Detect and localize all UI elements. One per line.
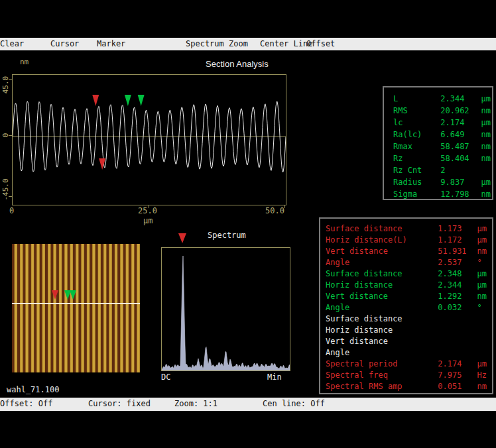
distance-row: Angle 0.032 ° <box>326 302 492 313</box>
distance-value: 2.537 <box>438 257 472 268</box>
image-filename: wahl_71.100 <box>7 385 59 394</box>
roughness-unit: nm <box>481 130 490 139</box>
distance-label: Horiz distance <box>326 325 433 336</box>
distance-label: Surface distance <box>326 313 433 325</box>
distance-unit: ° <box>477 258 481 267</box>
distance-row: Vert distance <box>326 336 492 347</box>
distance-value: 51.931 <box>438 246 472 257</box>
spectrum-cursor-marker[interactable] <box>178 233 186 243</box>
spectrum-trace <box>162 248 290 370</box>
roughness-row: Ra(lc) 6.649 nm <box>393 129 492 140</box>
distance-measurements-panel: Surface distance 1.173 µm Horiz distance… <box>319 217 493 394</box>
menu-item[interactable]: Spectrum Zoom <box>186 39 248 48</box>
roughness-row: RMS 20.962 nm <box>393 105 492 117</box>
distance-unit: Hz <box>477 370 486 380</box>
nanoscope-section-analysis-window: Cursor Marker Spectrum Zoom Center Line … <box>0 0 496 448</box>
distance-unit: µm <box>477 224 486 233</box>
menu-item[interactable]: Marker <box>97 39 125 48</box>
section-profile-chart[interactable] <box>12 74 286 205</box>
y-tick-mark <box>9 196 12 197</box>
roughness-label: Rz <box>393 152 436 164</box>
status-field[interactable]: Zoom: 1:1 <box>174 399 217 408</box>
roughness-results-panel: L 2.344 µm RMS 20.962 nm lc 2.174 µm Ra(… <box>383 86 493 200</box>
distance-row: Spectral period 2.174 µm <box>326 359 492 370</box>
menu-item[interactable]: Center Line <box>260 39 312 48</box>
page-title: Section Analysis <box>206 59 269 69</box>
spectrum-chart[interactable] <box>161 247 290 371</box>
section-cursor-marker-red[interactable] <box>92 95 99 106</box>
roughness-label: Ra(lc) <box>393 129 436 140</box>
distance-unit: µm <box>477 280 486 290</box>
distance-unit: µm <box>477 235 486 245</box>
distance-row: Angle <box>326 347 492 359</box>
distance-label: Surface distance <box>326 268 433 280</box>
roughness-unit: µm <box>481 178 490 187</box>
roughness-label: lc <box>393 117 436 129</box>
distance-value: 2.348 <box>438 268 472 280</box>
spectrum-axis-min-label: Min <box>267 372 282 382</box>
roughness-value: 12.798 <box>440 188 476 200</box>
menu-item[interactable]: Offset <box>306 39 335 48</box>
roughness-unit: µm <box>481 118 490 127</box>
roughness-value: 9.837 <box>440 176 476 188</box>
menu-item[interactable]: Cursor <box>50 39 79 48</box>
distance-label: Angle <box>326 302 433 313</box>
profile-waveform <box>13 75 286 205</box>
roughness-row: lc 2.174 µm <box>393 117 492 129</box>
roughness-label: Sigma <box>393 188 436 200</box>
roughness-value: 58.487 <box>440 140 476 152</box>
roughness-value: 20.962 <box>440 105 476 117</box>
section-cursor-marker-green[interactable] <box>138 95 145 106</box>
menu-item[interactable]: Clear <box>0 39 24 48</box>
section-cursor-marker-green[interactable] <box>125 95 131 106</box>
roughness-label: Rmax <box>393 140 436 152</box>
distance-row: Horiz distance <box>326 325 492 336</box>
distance-row: Horiz distance(L) 1.172 µm <box>326 235 492 246</box>
distance-label: Vert distance <box>326 246 433 257</box>
y-tick-label-bottom: -45.0 <box>1 178 10 200</box>
image-cursor-marker-red[interactable] <box>52 290 58 300</box>
distance-label: Spectral RMS amp <box>326 381 433 392</box>
roughness-label: L <box>393 93 436 105</box>
distance-value: 1.172 <box>438 235 472 246</box>
distance-label: Surface distance <box>326 223 433 235</box>
distance-label: Angle <box>326 257 433 268</box>
roughness-value: 6.649 <box>440 129 476 140</box>
roughness-value: 2 <box>440 164 476 176</box>
distance-unit: µm <box>477 269 486 278</box>
distance-label: Spectral freq <box>326 370 433 381</box>
spectrum-axis-dc-label: DC <box>161 372 170 382</box>
roughness-row: Rz 58.404 nm <box>393 152 492 164</box>
roughness-row: Rz Cnt 2 <box>393 164 492 176</box>
distance-unit: nm <box>477 382 486 391</box>
y-axis-unit-label: nm <box>20 58 29 66</box>
roughness-unit: nm <box>481 106 490 115</box>
roughness-value: 58.404 <box>440 152 476 164</box>
roughness-value: 2.174 <box>440 117 476 129</box>
roughness-row: Radius 9.837 µm <box>393 176 492 188</box>
image-cursor-marker-green[interactable] <box>70 290 76 300</box>
section-line[interactable] <box>12 303 140 304</box>
distance-unit: nm <box>477 247 486 256</box>
roughness-row: Sigma 12.798 nm <box>393 188 492 200</box>
x-tick-label-50: 50.0 <box>265 206 284 215</box>
status-field[interactable]: Cen line: Off <box>263 399 325 408</box>
roughness-row: L 2.344 µm <box>393 93 492 105</box>
roughness-unit: nm <box>481 190 490 199</box>
distance-value: 2.174 <box>438 359 472 370</box>
roughness-unit: nm <box>481 154 490 163</box>
status-field[interactable]: Offset: Off <box>0 399 52 408</box>
distance-row: Vert distance 51.931 nm <box>326 246 492 257</box>
distance-value: 0.032 <box>438 302 472 313</box>
distance-label: Vert distance <box>326 336 433 347</box>
distance-value: 7.975 <box>438 370 472 381</box>
roughness-unit: µm <box>481 94 490 103</box>
distance-label: Angle <box>326 347 433 359</box>
afm-topography-image[interactable] <box>12 244 140 372</box>
status-field[interactable]: Cursor: fixed <box>88 399 151 408</box>
y-tick-mark <box>9 79 12 80</box>
roughness-row: Rmax 58.487 nm <box>393 140 492 152</box>
roughness-unit: nm <box>481 142 490 151</box>
roughness-label: Rz Cnt <box>393 164 436 176</box>
y-tick-mark <box>9 135 12 136</box>
